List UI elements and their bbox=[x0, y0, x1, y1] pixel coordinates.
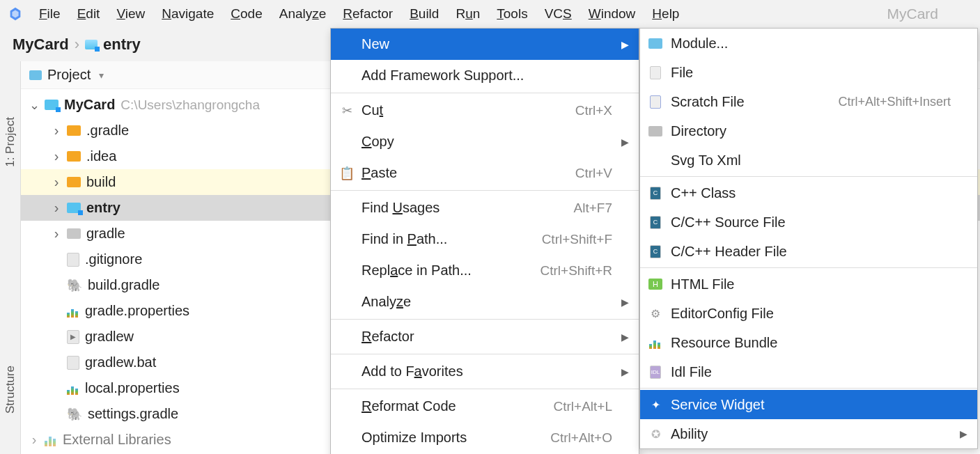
chevron-right-icon: › bbox=[75, 36, 79, 54]
submenu-arrow-icon: ▶ bbox=[958, 428, 967, 439]
cut-icon: ✂ bbox=[339, 103, 355, 118]
menu-help[interactable]: Help bbox=[644, 2, 687, 26]
menu-view[interactable]: View bbox=[108, 2, 153, 26]
submenu-item[interactable]: ⚙EditorConfig File bbox=[640, 299, 977, 328]
menu-navigate[interactable]: Navigate bbox=[153, 2, 222, 26]
star-icon: ✪ bbox=[651, 428, 660, 441]
submenu-item[interactable]: Directory bbox=[640, 116, 977, 146]
context-menu-item[interactable]: Reformat CodeCtrl+Alt+L bbox=[331, 391, 639, 422]
menu-analyze[interactable]: Analyze bbox=[271, 2, 335, 26]
menu-item-label: Add Framework Support... bbox=[361, 68, 605, 84]
html-icon: H bbox=[648, 279, 662, 290]
submenu-item-label: Svg To Xml bbox=[671, 152, 944, 169]
folder-icon bbox=[67, 125, 81, 136]
breadcrumb-leaf[interactable]: entry bbox=[103, 36, 141, 54]
submenu-item[interactable]: IDLIdl File bbox=[640, 357, 977, 386]
context-menu-item[interactable]: Find UsagesAlt+F7 bbox=[331, 192, 639, 224]
submenu-item[interactable]: CC/C++ Source File bbox=[640, 208, 977, 237]
properties-icon bbox=[67, 305, 79, 318]
project-view-icon bbox=[29, 70, 42, 80]
menu-build[interactable]: Build bbox=[401, 2, 447, 26]
submenu-item-label: EditorConfig File bbox=[671, 306, 944, 322]
left-tool-rail: 1: Project Structure bbox=[0, 61, 21, 454]
submenu-arrow-icon: ▶ bbox=[619, 136, 629, 148]
submenu-item[interactable]: HHTML File bbox=[640, 269, 977, 299]
submenu-item[interactable]: File bbox=[640, 58, 977, 87]
menu-refactor[interactable]: Refactor bbox=[334, 2, 401, 26]
tree-item-label: gradlew.bat bbox=[85, 354, 156, 370]
expand-arrow-icon[interactable] bbox=[52, 226, 61, 242]
submenu-item-label: File bbox=[671, 65, 944, 81]
tree-item-label: gradle.properties bbox=[85, 303, 189, 319]
submenu-item[interactable]: Resource Bundle bbox=[640, 328, 977, 357]
submenu-item[interactable]: Svg To Xml bbox=[640, 146, 977, 175]
context-menu-item[interactable]: Add Framework Support... bbox=[331, 60, 639, 91]
menu-item-label: Paste bbox=[361, 165, 568, 181]
rail-structure-tab[interactable]: Structure bbox=[3, 366, 17, 414]
context-menu-item[interactable]: Add to Favorites▶ bbox=[331, 356, 639, 387]
submenu-arrow-icon: ▶ bbox=[619, 297, 629, 308]
submenu-item[interactable]: ✦Service Widget bbox=[640, 390, 977, 419]
context-menu-item[interactable]: Find in Path...Ctrl+Shift+F bbox=[331, 224, 639, 255]
tree-item-label: gradle bbox=[86, 226, 125, 242]
menubar: FileEditViewNavigateCodeAnalyzeRefactorB… bbox=[0, 0, 980, 28]
tree-item-label: gradlew bbox=[85, 329, 134, 345]
idl-icon: IDL bbox=[650, 366, 661, 379]
tree-item-label: build bbox=[86, 174, 116, 190]
project-view-label: Project bbox=[47, 67, 91, 83]
menu-item-label: Find Usages bbox=[361, 200, 567, 216]
submenu-item-label: Idl File bbox=[671, 364, 944, 380]
context-menu-item[interactable]: Analyze▶ bbox=[331, 286, 639, 318]
expand-arrow-icon[interactable] bbox=[29, 432, 39, 448]
expand-arrow-icon[interactable] bbox=[52, 174, 61, 190]
expand-arrow-icon[interactable] bbox=[52, 148, 61, 164]
submenu-item[interactable]: Scratch FileCtrl+Alt+Shift+Insert bbox=[640, 87, 977, 116]
scratch-icon bbox=[650, 95, 661, 109]
menu-item-label: Find in Path... bbox=[361, 231, 535, 247]
tree-item-label: local.properties bbox=[85, 380, 180, 396]
dropdown-icon[interactable]: ▾ bbox=[99, 70, 104, 81]
file-icon bbox=[650, 66, 661, 79]
menu-tools[interactable]: Tools bbox=[488, 2, 536, 26]
menu-vcs[interactable]: VCS bbox=[536, 2, 580, 26]
expand-arrow-icon[interactable] bbox=[52, 123, 61, 139]
submenu-item-label: HTML File bbox=[671, 276, 944, 292]
context-menu-item[interactable]: ✂CutCtrl+X bbox=[331, 95, 639, 126]
expand-arrow-icon[interactable] bbox=[52, 200, 61, 216]
submenu-item[interactable]: CC++ Class bbox=[640, 178, 977, 208]
expand-arrow-icon[interactable] bbox=[29, 97, 39, 113]
context-menu: New▶Add Framework Support...✂CutCtrl+XCo… bbox=[330, 28, 639, 454]
context-menu-item[interactable]: Optimize ImportsCtrl+Alt+O bbox=[331, 422, 639, 453]
module-folder-icon bbox=[67, 203, 81, 213]
menu-item-label: Copy bbox=[361, 134, 605, 150]
context-menu-item[interactable]: Replace in Path...Ctrl+Shift+R bbox=[331, 255, 639, 286]
submenu-arrow-icon: ▶ bbox=[619, 331, 629, 343]
context-menu-item[interactable]: Copy▶ bbox=[331, 126, 639, 157]
submenu-item[interactable]: Module... bbox=[640, 29, 977, 58]
gradle-icon: 🐘 bbox=[67, 278, 82, 293]
submenu-item-label: C++ Class bbox=[671, 185, 944, 201]
resource-bundle-icon bbox=[649, 336, 662, 349]
menu-edit[interactable]: Edit bbox=[69, 2, 109, 26]
submenu-item-shortcut: Ctrl+Alt+Shift+Insert bbox=[838, 95, 951, 109]
menu-window[interactable]: Window bbox=[580, 2, 644, 26]
menu-file[interactable]: File bbox=[31, 2, 69, 26]
tree-item-label: .gitignore bbox=[85, 251, 142, 267]
submenu-item[interactable]: CC/C++ Header File bbox=[640, 237, 977, 266]
context-menu-item[interactable]: 📋PasteCtrl+V bbox=[331, 157, 639, 189]
menu-run[interactable]: Run bbox=[447, 2, 488, 26]
context-menu-item[interactable]: Refactor▶ bbox=[331, 321, 639, 352]
menu-code[interactable]: Code bbox=[222, 2, 270, 26]
submenu-item-label: Service Widget bbox=[671, 397, 944, 413]
breadcrumb-root[interactable]: MyCard bbox=[13, 36, 69, 54]
menu-item-label: Add to Favorites bbox=[361, 363, 605, 379]
menu-item-label: Replace in Path... bbox=[361, 263, 534, 279]
menu-item-shortcut: Ctrl+V bbox=[575, 166, 612, 181]
submenu-item-label: Directory bbox=[671, 123, 944, 139]
submenu-item[interactable]: ✪Ability▶ bbox=[640, 419, 977, 448]
context-menu-item[interactable]: New▶ bbox=[331, 29, 639, 60]
folder-icon bbox=[67, 177, 81, 187]
rail-project-tab[interactable]: 1: Project bbox=[3, 117, 17, 167]
menu-item-label: Refactor bbox=[361, 329, 605, 345]
module-icon bbox=[85, 40, 98, 49]
